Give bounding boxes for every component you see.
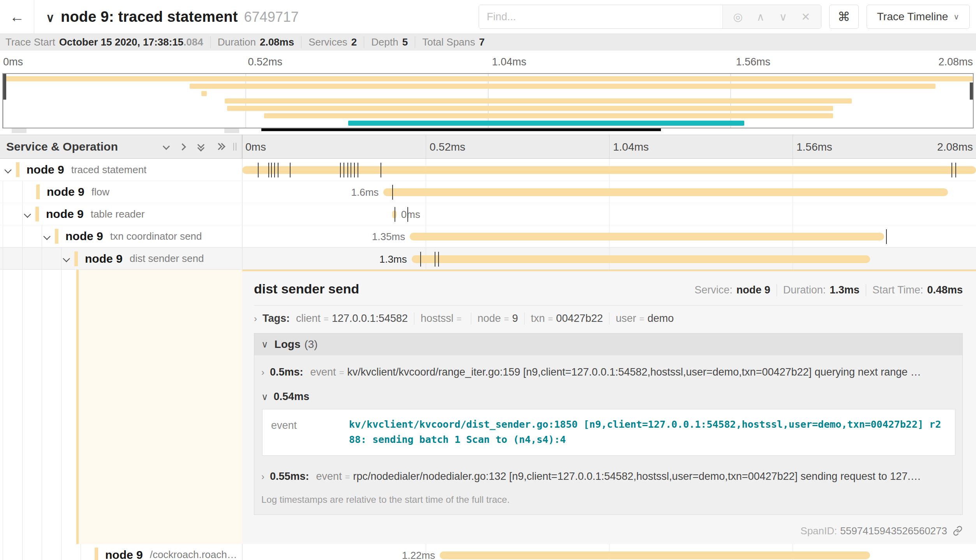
span-name-cell[interactable]: node 9dist sender send <box>0 248 242 269</box>
log-marker-tick <box>407 207 408 222</box>
clear-icon[interactable]: ✕ <box>795 11 817 23</box>
minimap-scrubber-strip[interactable] <box>2 128 974 135</box>
find-input[interactable] <box>479 5 722 28</box>
log-field-key: event <box>310 366 336 378</box>
service-color-bar <box>16 162 19 177</box>
trace-minimap: 0ms0.52ms1.04ms1.56ms2.08ms <box>0 51 976 135</box>
minimap-scrubber-right-handle[interactable] <box>970 83 973 100</box>
service-color-bar <box>35 207 39 221</box>
tags-accordion[interactable]: › Tags: client=127.0.0.1:54582hostssl=no… <box>254 312 963 325</box>
chevron-down-icon[interactable] <box>43 233 50 240</box>
log-fields: event=kv/kvclient/kvcoord/range_iter.go:… <box>310 366 921 378</box>
keyboard-shortcuts-button[interactable]: ⌘ <box>829 5 859 29</box>
span-bar-track[interactable]: 1.35ms <box>242 225 976 247</box>
span-bar[interactable] <box>242 166 976 174</box>
log-marker-tick <box>354 163 355 177</box>
log-marker-tick <box>268 163 269 177</box>
span-name-cell[interactable]: node 9table reader <box>0 203 242 225</box>
find-buttons: ◎∧∨✕ <box>722 5 821 28</box>
minimap-canvas[interactable] <box>2 73 974 128</box>
span-row[interactable]: node 9/cockroach.roachpb.I...1.22ms <box>0 544 976 560</box>
minimap-scrubber-left-handle[interactable] <box>3 74 6 100</box>
minimap-grip-right[interactable] <box>224 128 239 133</box>
span-bar-track[interactable]: 1.22ms <box>242 544 976 560</box>
span-bar-track[interactable]: 1.3ms <box>242 248 976 269</box>
log-entry[interactable]: ›0.55ms:event=rpc/nodedialer/nodedialer.… <box>261 462 955 491</box>
span-row[interactable]: node 9table reader0ms <box>0 203 976 225</box>
tags-list: client=127.0.0.1:54582hostssl=node=9txn=… <box>296 312 680 325</box>
span-bar[interactable] <box>383 188 948 196</box>
span-row[interactable]: node 9txn coordinator send1.35ms <box>0 225 976 248</box>
expand-all-icon[interactable] <box>216 143 224 151</box>
logs-accordion-header[interactable]: ∨ Logs (3) <box>254 334 962 355</box>
span-name-cell[interactable]: node 9/cockroach.roachpb.I... <box>0 544 242 560</box>
deep-link-icon[interactable] <box>953 526 963 536</box>
collapse-one-icon[interactable] <box>163 142 170 149</box>
timeline-time-axis: 0ms0.52ms1.04ms1.56ms2.08ms <box>242 135 976 158</box>
expand-one-icon[interactable] <box>179 143 186 150</box>
chevron-down-icon[interactable] <box>4 166 11 173</box>
span-name-cell[interactable]: node 9traced statement <box>0 159 242 181</box>
span-bar-track[interactable]: 1.6ms <box>242 181 976 203</box>
column-resizer-handle[interactable] <box>233 143 236 151</box>
summary-label: Services <box>308 36 347 48</box>
span-bar[interactable] <box>412 255 870 263</box>
minimap-time-axis: 0ms0.52ms1.04ms1.56ms2.08ms <box>0 51 976 73</box>
service-name: node 9 <box>65 230 103 243</box>
span-bar[interactable] <box>410 233 884 241</box>
service-operation-label: Service & Operation <box>6 140 118 153</box>
service-operation-header: Service & Operation <box>0 135 242 158</box>
trace-summary-item: Trace StartOctober 15 2020, 17:38:15.084 <box>5 36 210 48</box>
collapse-all-icon[interactable] <box>197 143 204 151</box>
operation-name: table reader <box>91 208 145 220</box>
log-field-value: rpc/nodedialer/nodedialer.go:132 [n9,cli… <box>353 470 921 483</box>
span-row[interactable]: node 9flow1.6ms <box>0 181 976 203</box>
chevron-right-icon: › <box>261 471 264 482</box>
timeline-tick-label: 2.08ms <box>937 141 973 153</box>
operation-name: /cockroach.roachpb.I... <box>150 549 242 560</box>
prev-result-icon[interactable]: ∧ <box>749 11 772 23</box>
meta-label: Duration: <box>783 284 826 296</box>
log-field-value: kv/kvclient/kvcoord/range_iter.go:159 [n… <box>347 366 921 378</box>
minimap-span-bar <box>201 91 207 96</box>
service-color-bar <box>36 184 40 199</box>
back-button[interactable]: ← <box>0 0 34 33</box>
indent-guides <box>0 181 23 203</box>
locate-icon[interactable]: ◎ <box>727 11 749 23</box>
log-field-key: event <box>271 417 349 448</box>
log-marker-tick <box>951 163 952 177</box>
span-row[interactable]: node 9traced statement <box>0 159 976 181</box>
trace-summary-item: Total Spans7 <box>415 36 492 48</box>
span-row[interactable]: node 9dist sender send1.3ms <box>0 248 976 270</box>
chevron-down-icon[interactable] <box>63 255 70 262</box>
span-name-cell[interactable]: node 9flow <box>0 181 242 203</box>
summary-value: 2 <box>351 36 357 48</box>
tag-value: 9 <box>512 312 518 325</box>
indent-guides <box>0 544 82 560</box>
meta-value: 1.3ms <box>830 284 860 296</box>
span-bar-track[interactable] <box>242 159 976 181</box>
log-marker-tick <box>955 163 956 177</box>
collapse-trace-chevron-icon[interactable]: ∨ <box>46 11 55 25</box>
summary-value: 2.08ms <box>260 36 294 48</box>
span-detail-indent <box>0 270 242 544</box>
log-marker-tick <box>278 163 278 177</box>
logs-body: ›0.5ms:event=kv/kvclient/kvcoord/range_i… <box>254 355 962 514</box>
log-entry-expanded: ∨0.54mseventkv/kvclient/kvcoord/dist_sen… <box>261 387 955 462</box>
log-timestamp: 0.54ms <box>274 391 310 403</box>
span-bar[interactable] <box>440 551 870 559</box>
log-entry-header[interactable]: ∨0.54ms <box>261 391 955 403</box>
chevron-down-icon[interactable] <box>24 211 31 218</box>
span-bar-track[interactable]: 0ms <box>242 203 976 225</box>
meta-value: 0.48ms <box>927 284 963 296</box>
log-marker-tick <box>290 163 291 177</box>
next-result-icon[interactable]: ∨ <box>772 11 795 23</box>
summary-label: Trace Start <box>5 36 55 48</box>
span-name-cell[interactable]: node 9txn coordinator send <box>0 225 242 247</box>
log-marker-tick <box>420 252 421 267</box>
span-detail-meta: Service:node 9Duration:1.3msStart Time:0… <box>688 284 963 296</box>
minimap-grip-left[interactable] <box>12 128 26 133</box>
trace-view-selector[interactable]: Trace Timeline ∨ <box>867 5 970 29</box>
span-detail-title: dist sender send <box>254 281 688 297</box>
log-entry[interactable]: ›0.5ms:event=kv/kvclient/kvcoord/range_i… <box>261 358 955 387</box>
